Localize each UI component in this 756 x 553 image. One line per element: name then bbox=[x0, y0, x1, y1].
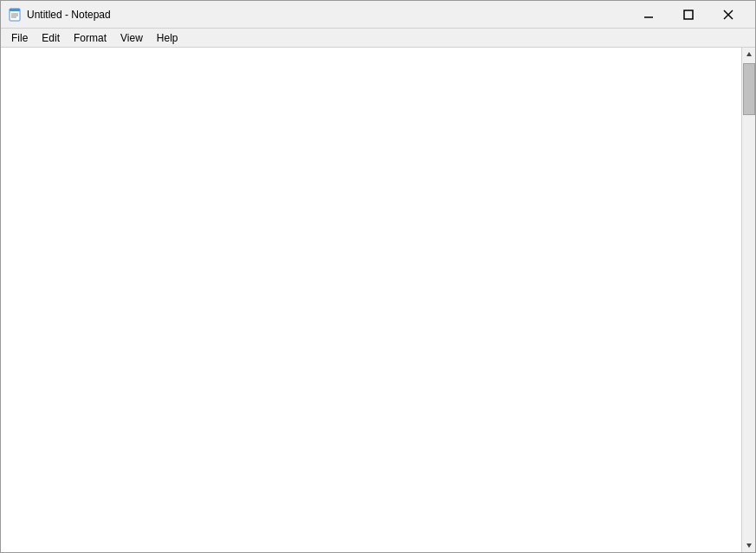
title-bar-controls bbox=[629, 1, 748, 29]
title-bar-left: Untitled - Notepad bbox=[8, 8, 111, 22]
svg-rect-1 bbox=[10, 9, 20, 11]
menu-help[interactable]: Help bbox=[150, 29, 185, 48]
scrollbar-thumb[interactable] bbox=[743, 63, 755, 115]
scroll-up-button[interactable] bbox=[742, 48, 756, 61]
svg-rect-6 bbox=[684, 10, 693, 19]
svg-marker-10 bbox=[746, 543, 752, 548]
scrollbar-track bbox=[742, 61, 755, 538]
close-button[interactable] bbox=[708, 1, 748, 29]
menu-edit[interactable]: Edit bbox=[35, 29, 67, 48]
notepad-icon bbox=[8, 8, 22, 22]
title-bar: Untitled - Notepad bbox=[1, 1, 755, 29]
menu-bar: File Edit Format View Help bbox=[1, 29, 755, 48]
menu-file[interactable]: File bbox=[4, 29, 35, 48]
notepad-window: Untitled - Notepad File Edi bbox=[0, 0, 756, 553]
text-editor[interactable] bbox=[1, 48, 741, 552]
vertical-scrollbar bbox=[741, 48, 755, 552]
menu-view[interactable]: View bbox=[113, 29, 150, 48]
menu-format[interactable]: Format bbox=[67, 29, 113, 48]
window-title: Untitled - Notepad bbox=[27, 9, 111, 21]
content-area bbox=[1, 48, 755, 552]
svg-marker-9 bbox=[746, 52, 752, 56]
minimize-button[interactable] bbox=[629, 1, 669, 29]
maximize-button[interactable] bbox=[669, 1, 708, 29]
scroll-down-button[interactable] bbox=[742, 538, 756, 552]
